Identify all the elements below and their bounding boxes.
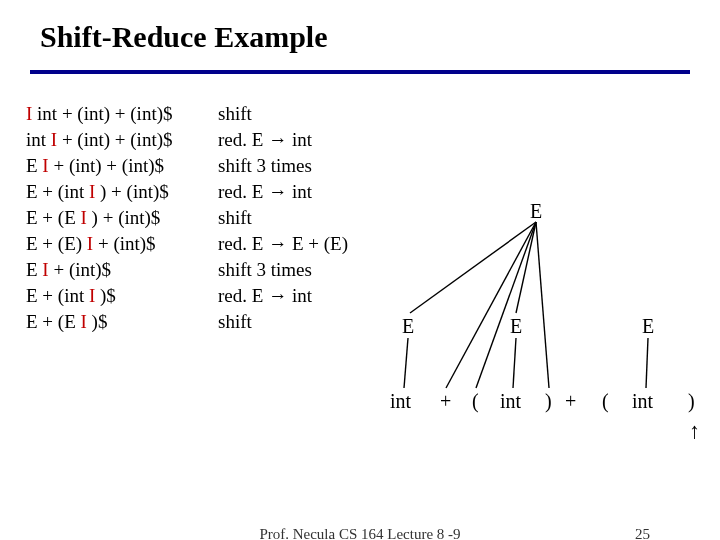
cursor-icon: I: [89, 181, 95, 202]
svg-line-5: [404, 338, 408, 388]
step-row: E + (E I )$shift: [26, 310, 348, 334]
svg-line-0: [410, 222, 536, 313]
step-config: E I + (int)$: [26, 258, 216, 282]
cursor-icon: I: [89, 285, 95, 306]
arrow-icon: →: [268, 285, 287, 306]
step-config: E + (E) I + (int)$: [26, 232, 216, 256]
step-action: shift: [218, 102, 348, 126]
steps-table: I int + (int) + (int)$shiftint I + (int)…: [24, 100, 350, 336]
arrow-icon: →: [268, 181, 287, 202]
step-row: E I + (int)$shift 3 times: [26, 258, 348, 282]
step-row: E + (int I ) + (int)$red. E → int: [26, 180, 348, 204]
tree-edges: [340, 200, 710, 460]
footer-page-number: 25: [635, 526, 650, 540]
cursor-icon: I: [42, 155, 48, 176]
step-action: shift 3 times: [218, 258, 348, 282]
step-row: E + (int I )$red. E → int: [26, 284, 348, 308]
step-config: E + (E I ) + (int)$: [26, 206, 216, 230]
parse-tree: E E E E int + ( int ) + ( int ) ↑: [340, 200, 710, 460]
step-row: I int + (int) + (int)$shift: [26, 102, 348, 126]
step-config: E I + (int) + (int)$: [26, 154, 216, 178]
footer-center: Prof. Necula CS 164 Lecture 8 -9: [0, 526, 720, 540]
cursor-icon: I: [51, 129, 57, 150]
step-action: shift: [218, 206, 348, 230]
step-row: E I + (int) + (int)$shift 3 times: [26, 154, 348, 178]
arrow-icon: →: [268, 233, 287, 254]
cursor-icon: I: [87, 233, 93, 254]
step-config: int I + (int) + (int)$: [26, 128, 216, 152]
step-row: int I + (int) + (int)$red. E → int: [26, 128, 348, 152]
cursor-icon: I: [81, 207, 87, 228]
cursor-icon: I: [81, 311, 87, 332]
arrow-icon: →: [268, 129, 287, 150]
slide: Shift-Reduce Example I int + (int) + (in…: [0, 0, 720, 540]
svg-line-4: [536, 222, 549, 388]
step-config: E + (int I ) + (int)$: [26, 180, 216, 204]
cursor-arrow-icon: ↑: [689, 418, 700, 444]
svg-line-1: [446, 222, 536, 388]
step-config: I int + (int) + (int)$: [26, 102, 216, 126]
svg-line-2: [476, 222, 536, 388]
cursor-icon: I: [26, 103, 32, 124]
step-row: E + (E I ) + (int)$shift: [26, 206, 348, 230]
title-rule: [30, 70, 690, 74]
step-action: red. E → int: [218, 128, 348, 152]
svg-line-6: [513, 338, 516, 388]
step-action: red. E → int: [218, 180, 348, 204]
svg-line-7: [646, 338, 648, 388]
step-action: shift: [218, 310, 348, 334]
step-action: shift 3 times: [218, 154, 348, 178]
step-action: red. E → int: [218, 284, 348, 308]
step-config: E + (int I )$: [26, 284, 216, 308]
step-row: E + (E) I + (int)$red. E → E + (E): [26, 232, 348, 256]
step-config: E + (E I )$: [26, 310, 216, 334]
slide-title: Shift-Reduce Example: [40, 20, 328, 54]
cursor-icon: I: [42, 259, 48, 280]
step-action: red. E → E + (E): [218, 232, 348, 256]
